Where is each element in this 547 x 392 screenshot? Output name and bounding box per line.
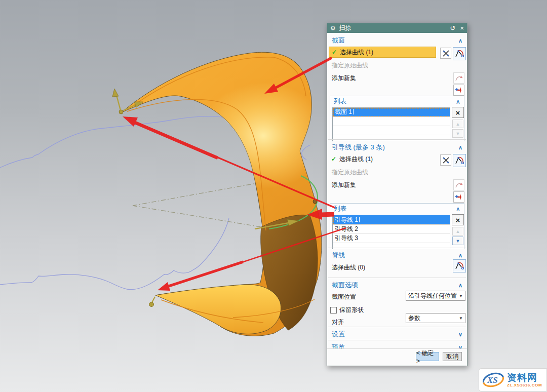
move-up-button[interactable]: ▲: [452, 227, 463, 236]
guides-list-grid: 引导线 1 引导线 2 引导线 3: [332, 215, 450, 252]
close-icon[interactable]: ×: [460, 25, 464, 31]
handle-ball-bottom[interactable]: [149, 302, 154, 307]
list-item-empty[interactable]: [333, 117, 450, 126]
text-cursor: [353, 109, 354, 114]
guides-curve-rule-button[interactable]: [453, 154, 466, 167]
add-new-set-icon: [455, 86, 463, 94]
section-add-new-set-button[interactable]: [453, 85, 464, 96]
add-new-set-icon: [455, 193, 463, 201]
group-section-options: 截面选项 ∧ 截面位置 沿引导线任何位置 ▼ 保留形状 对齐 参数 ▼: [327, 279, 467, 326]
dropdown-caret-icon: ▼: [459, 316, 463, 321]
chevron-up-icon[interactable]: ∧: [458, 252, 462, 259]
gear-icon: ⚙: [330, 25, 336, 32]
check-icon: ✓: [331, 155, 336, 163]
guides-list-header: 列表: [334, 205, 346, 213]
spine-curve-rule-button[interactable]: [453, 259, 466, 272]
guides-select-curve-field[interactable]: ✓ 选择曲线 (1): [329, 153, 436, 165]
crossed-arrows-icon: [442, 156, 450, 164]
list-item-guide2[interactable]: 引导线 2: [333, 225, 450, 234]
guides-add-new-set-button[interactable]: [453, 191, 464, 203]
guides-specify-origin-label: 指定原始曲线: [329, 168, 368, 177]
handle-sphere-middle[interactable]: [313, 200, 317, 204]
watermark-logo-text: XS: [487, 375, 498, 385]
section-list-grid: 截面 1: [332, 107, 450, 143]
swept-surface[interactable]: [122, 52, 327, 336]
group-settings: 设置 ∨: [327, 328, 467, 339]
chevron-up-icon[interactable]: ∧: [458, 144, 462, 151]
chevron-down-icon[interactable]: ∨: [458, 331, 462, 338]
options-header: 截面选项: [332, 281, 358, 290]
list-item-section1[interactable]: 截面 1: [333, 108, 450, 117]
dialog-footer: < 确定 > 取消: [327, 348, 467, 366]
position-value: 沿引导线任何位置: [408, 292, 457, 300]
align-dropdown[interactable]: 参数 ▼: [406, 313, 465, 323]
dialog-titlebar[interactable]: ⚙ 扫掠 ↺ ×: [327, 23, 467, 33]
spine-select-curve-label: 选择曲线 (0): [329, 263, 365, 272]
section-select-curve-label: 选择曲线 (1): [340, 48, 373, 57]
section-select-curve-field[interactable]: ✓ 选择曲线 (1): [329, 47, 436, 58]
move-down-button[interactable]: ▼: [452, 129, 463, 138]
check-icon: ✓: [332, 49, 337, 56]
handle-ball-top[interactable]: [119, 110, 123, 114]
group-guides: 引导线 (最多 3 条) ∧ ✓ 选择曲线 (1) 指定原始曲线: [327, 141, 467, 247]
group-spine: 脊线 ∧ 选择曲线 (0): [327, 249, 467, 277]
settings-header: 设置: [332, 330, 345, 339]
align-value: 参数: [408, 314, 457, 323]
chevron-up-icon[interactable]: ∧: [458, 37, 462, 44]
chevron-up-icon[interactable]: ∧: [456, 205, 460, 213]
move-up-button[interactable]: ▲: [452, 120, 463, 128]
dialog-title: 扫掠: [339, 24, 446, 32]
section-add-new-set-label: 添加新集: [329, 74, 356, 83]
curve-rule-icon: [455, 156, 464, 166]
curve-rule-icon: [455, 261, 464, 271]
section-list-panel: 列表 ∧ 截面 1 × ▲ ▼: [330, 96, 464, 146]
spine-header: 脊线: [332, 251, 345, 260]
reset-icon[interactable]: ↺: [450, 25, 456, 31]
list-item-guide1[interactable]: 引导线 1: [333, 215, 450, 225]
list-item-guide3[interactable]: 引导线 3: [333, 234, 450, 243]
sweep-dialog: ⚙ 扫掠 ↺ × 截面 ∧ ✓ 选择曲线 (1): [327, 23, 467, 366]
dropdown-caret-icon: ▼: [459, 294, 463, 298]
chevron-up-icon[interactable]: ∧: [458, 282, 462, 289]
list-item-empty[interactable]: [333, 126, 450, 135]
ok-button[interactable]: < 确定 >: [416, 352, 439, 361]
curve-rule-icon: [455, 49, 464, 59]
remove-item-button[interactable]: ×: [452, 107, 464, 118]
position-dropdown[interactable]: 沿引导线任何位置 ▼: [406, 291, 465, 301]
watermark-site-url: ZL.XS1616.COM: [507, 383, 542, 387]
surface-highlight: [200, 83, 327, 189]
crossed-arrows-icon: [442, 50, 450, 57]
section-list-header: 列表: [334, 97, 346, 106]
guides-add-new-set-label: 添加新集: [329, 181, 356, 189]
move-down-button[interactable]: ▼: [452, 237, 463, 245]
deselect-curve-button[interactable]: [440, 154, 451, 166]
section-specify-origin-label: 指定原始曲线: [329, 61, 368, 70]
section-header: 截面: [332, 36, 345, 45]
guides-select-curve-label: 选择曲线 (1): [339, 155, 373, 164]
options-position-label: 截面位置: [329, 293, 356, 301]
remove-item-button[interactable]: ×: [452, 214, 464, 225]
options-align-label: 对齐: [329, 318, 344, 327]
section-curve-rule-button[interactable]: [453, 47, 466, 60]
handle-arrow-up[interactable]: [112, 89, 119, 97]
preserve-shape-checkbox[interactable]: [330, 307, 337, 313]
text-cursor: [359, 217, 360, 222]
watermark-logo: XS: [481, 370, 505, 389]
deselect-curve-button[interactable]: [440, 48, 451, 59]
group-section: 截面 ∧ ✓ 选择曲线 (1) 指定原始曲线: [327, 34, 467, 137]
watermark-card: XS 资料网 ZL.XS1616.COM: [479, 368, 547, 391]
cancel-button[interactable]: 取消: [443, 352, 462, 361]
guides-header: 引导线 (最多 3 条): [332, 143, 385, 152]
construction-dashed-lines: [133, 183, 264, 227]
surface-bottom-lobe: [155, 285, 281, 334]
preserve-shape-label: 保留形状: [339, 306, 364, 315]
chevron-up-icon[interactable]: ∧: [456, 98, 460, 105]
watermark-site-name: 资料网: [507, 373, 542, 382]
